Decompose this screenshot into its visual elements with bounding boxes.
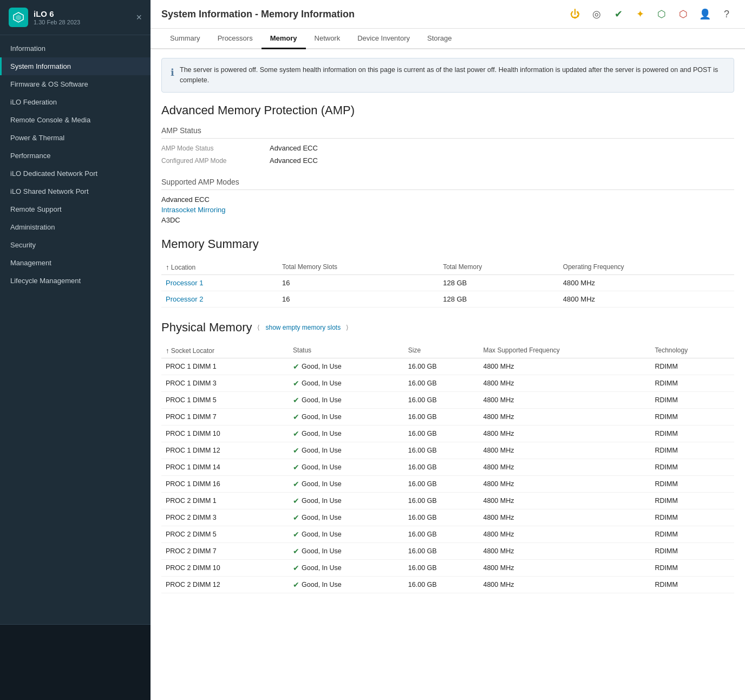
- max-freq-cell: 4800 MHz: [479, 425, 650, 442]
- table-row: PROC 2 DIMM 1 ✔Good, In Use 16.00 GB 480…: [161, 492, 734, 509]
- info-icon: ℹ: [171, 66, 174, 80]
- target-icon[interactable]: ◎: [589, 6, 604, 22]
- status-cell: ✔Good, In Use: [289, 509, 404, 526]
- socket-locator-cell: PROC 1 DIMM 1: [161, 358, 289, 375]
- col-technology: Technology: [650, 343, 734, 358]
- status-cell: ✔Good, In Use: [289, 425, 404, 442]
- shield-green-icon[interactable]: ⬡: [654, 6, 669, 22]
- sidebar-item-power-thermal[interactable]: Power & Thermal: [0, 129, 151, 147]
- sidebar-item-management[interactable]: Management: [0, 254, 151, 272]
- sidebar-item-performance[interactable]: Performance: [0, 147, 151, 165]
- size-cell: 16.00 GB: [404, 576, 479, 593]
- col-total-slots: Total Memory Slots: [278, 260, 439, 275]
- socket-locator-cell: PROC 2 DIMM 7: [161, 542, 289, 559]
- table-row: PROC 1 DIMM 12 ✔Good, In Use 16.00 GB 48…: [161, 442, 734, 459]
- memory-location-cell[interactable]: Processor 2: [161, 291, 278, 307]
- good-status-icon: ✔: [293, 513, 299, 522]
- good-status-icon: ✔: [293, 396, 299, 404]
- header-icons: ⏻ ◎ ✔ ✦ ⬡ ⬡ 👤 ?: [567, 6, 734, 22]
- technology-cell: RDIMM: [650, 358, 734, 375]
- sidebar-item-remote-support[interactable]: Remote Support: [0, 200, 151, 218]
- amp-field-row: Configured AMP ModeAdvanced ECC: [161, 156, 734, 165]
- table-row: PROC 1 DIMM 16 ✔Good, In Use 16.00 GB 48…: [161, 475, 734, 492]
- tab-storage[interactable]: Storage: [419, 29, 461, 49]
- max-freq-cell: 4800 MHz: [479, 459, 650, 475]
- sidebar-item-administration[interactable]: Administration: [0, 218, 151, 236]
- tab-processors[interactable]: Processors: [209, 29, 262, 49]
- amp-fields: AMP Mode StatusAdvanced ECCConfigured AM…: [161, 144, 734, 165]
- amp-section-title: Advanced Memory Protection (AMP): [161, 103, 734, 117]
- status-cell: ✔Good, In Use: [289, 375, 404, 391]
- technology-cell: RDIMM: [650, 475, 734, 492]
- socket-locator-cell: PROC 1 DIMM 5: [161, 391, 289, 408]
- max-freq-cell: 4800 MHz: [479, 576, 650, 593]
- amp-modes-title: Supported AMP Modes: [161, 178, 734, 190]
- good-status-icon: ✔: [293, 463, 299, 472]
- sidebar-item-lifecycle[interactable]: Lifecycle Management: [0, 272, 151, 290]
- physical-memory-header-row: ↑ Socket Locator Status Size Max Support…: [161, 343, 734, 358]
- col-max-freq: Max Supported Frequency: [479, 343, 650, 358]
- status-cell: ✔Good, In Use: [289, 358, 404, 375]
- sidebar-item-information[interactable]: Information: [0, 40, 151, 57]
- table-row: PROC 2 DIMM 12 ✔Good, In Use 16.00 GB 48…: [161, 576, 734, 593]
- memory-location-cell[interactable]: Processor 1: [161, 274, 278, 291]
- memory-total-cell: 128 GB: [439, 291, 559, 307]
- tabs-bar: SummaryProcessorsMemoryNetworkDevice Inv…: [151, 29, 745, 49]
- col-total-memory: Total Memory: [439, 260, 559, 275]
- socket-locator-cell: PROC 1 DIMM 14: [161, 459, 289, 475]
- shield-red-icon[interactable]: ⬡: [676, 6, 691, 22]
- check-icon[interactable]: ✔: [611, 6, 626, 22]
- sidebar-item-remote-console[interactable]: Remote Console & Media: [0, 111, 151, 129]
- socket-locator-cell: PROC 2 DIMM 12: [161, 576, 289, 593]
- technology-cell: RDIMM: [650, 459, 734, 475]
- table-row: PROC 1 DIMM 10 ✔Good, In Use 16.00 GB 48…: [161, 425, 734, 442]
- close-icon[interactable]: ×: [136, 12, 142, 23]
- size-cell: 16.00 GB: [404, 559, 479, 576]
- sidebar-item-security[interactable]: Security: [0, 236, 151, 254]
- help-icon[interactable]: ?: [719, 6, 734, 22]
- sidebar-bottom-panel: [0, 624, 151, 700]
- amp-modes-section: Supported AMP Modes Advanced ECCIntrasoc…: [161, 178, 734, 224]
- amp-field-label: AMP Mode Status: [161, 145, 270, 152]
- size-cell: 16.00 GB: [404, 391, 479, 408]
- table-row: PROC 1 DIMM 7 ✔Good, In Use 16.00 GB 480…: [161, 408, 734, 425]
- tab-memory[interactable]: Memory: [262, 29, 306, 49]
- size-cell: 16.00 GB: [404, 375, 479, 391]
- amp-field-value: Advanced ECC: [270, 144, 318, 152]
- table-row: Processor 2 16 128 GB 4800 MHz: [161, 291, 734, 307]
- sidebar-item-ilo-dedicated[interactable]: iLO Dedicated Network Port: [0, 165, 151, 182]
- amp-status-title: AMP Status: [161, 126, 734, 139]
- technology-cell: RDIMM: [650, 559, 734, 576]
- sidebar-nav: InformationSystem InformationFirmware & …: [0, 35, 151, 624]
- amp-mode-item[interactable]: Intrasocket Mirroring: [161, 206, 734, 214]
- status-cell: ✔Good, In Use: [289, 442, 404, 459]
- max-freq-cell: 4800 MHz: [479, 442, 650, 459]
- sidebar-item-system-information[interactable]: System Information: [0, 57, 151, 75]
- memory-summary-title: Memory Summary: [161, 237, 734, 251]
- col-operating-freq: Operating Frequency: [559, 260, 734, 275]
- user-icon[interactable]: 👤: [697, 6, 713, 22]
- good-status-icon: ✔: [293, 413, 299, 421]
- power-icon[interactable]: ⏻: [567, 6, 583, 22]
- sidebar-header: iLO 6 1.30 Feb 28 2023 ×: [0, 0, 151, 35]
- tab-network[interactable]: Network: [306, 29, 349, 49]
- tab-device-inventory[interactable]: Device Inventory: [349, 29, 419, 49]
- show-empty-slots-link[interactable]: show empty memory slots: [265, 324, 341, 331]
- amp-status-section: AMP Status AMP Mode StatusAdvanced ECCCo…: [161, 126, 734, 165]
- amp-field-label: Configured AMP Mode: [161, 157, 270, 165]
- amp-mode-item: Advanced ECC: [161, 195, 734, 204]
- socket-locator-cell: PROC 1 DIMM 7: [161, 408, 289, 425]
- sun-icon[interactable]: ✦: [632, 6, 648, 22]
- sidebar-item-firmware-os[interactable]: Firmware & OS Software: [0, 75, 151, 93]
- amp-field-value: Advanced ECC: [270, 156, 318, 165]
- amp-modes-list: Advanced ECCIntrasocket MirroringA3DC: [161, 195, 734, 224]
- sidebar-item-ilo-federation[interactable]: iLO Federation: [0, 93, 151, 111]
- status-cell: ✔Good, In Use: [289, 408, 404, 425]
- sidebar-item-ilo-shared[interactable]: iLO Shared Network Port: [0, 182, 151, 200]
- socket-locator-cell: PROC 2 DIMM 10: [161, 559, 289, 576]
- technology-cell: RDIMM: [650, 492, 734, 509]
- size-cell: 16.00 GB: [404, 358, 479, 375]
- technology-cell: RDIMM: [650, 425, 734, 442]
- tab-summary[interactable]: Summary: [161, 29, 209, 49]
- technology-cell: RDIMM: [650, 509, 734, 526]
